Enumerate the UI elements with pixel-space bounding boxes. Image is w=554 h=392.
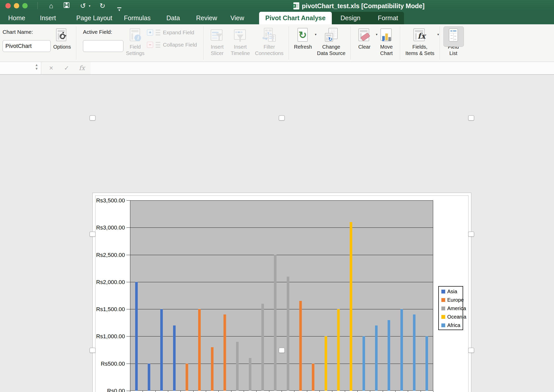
y-axis-tick-label[interactable]: Rs1,000.00 bbox=[92, 333, 125, 340]
chart-resize-handle[interactable] bbox=[90, 348, 95, 353]
cancel-icon[interactable]: × bbox=[46, 62, 56, 74]
contextual-tab-group: DesignFormat bbox=[332, 12, 404, 24]
legend-item-asia[interactable]: Asia bbox=[441, 289, 457, 295]
close-button[interactable] bbox=[5, 3, 11, 8]
bar-james-chang-q1[interactable] bbox=[186, 364, 188, 391]
zoom-button[interactable] bbox=[22, 3, 28, 8]
tab-pivot-chart-analyse[interactable]: Pivot Chart Analyse bbox=[259, 12, 332, 24]
bar-james-chang-q2[interactable] bbox=[198, 309, 201, 391]
redo-icon[interactable]: ↻ bbox=[98, 2, 107, 10]
pivot-chart[interactable]: Rs3,500.00Rs3,000.00Rs2,500.00Rs2,000.00… bbox=[95, 196, 468, 392]
field-settings-button[interactable]: i FieldSettings bbox=[123, 24, 147, 62]
chart-resize-handle[interactable] bbox=[279, 348, 285, 353]
tab-review[interactable]: Review bbox=[195, 12, 218, 24]
field-list-button[interactable]: FieldList bbox=[442, 24, 464, 62]
bar-ada-chocolade-q1[interactable] bbox=[400, 309, 403, 391]
chart-resize-handle[interactable] bbox=[468, 232, 474, 237]
filter-connections-button[interactable]: ↻ ↪FilterConnections bbox=[252, 24, 286, 62]
clear-button[interactable]: ▾Clear bbox=[353, 24, 375, 62]
bar-miya-maxilaku-q3[interactable] bbox=[236, 342, 239, 391]
enter-icon[interactable]: ✓ bbox=[61, 62, 72, 74]
legend-item-america[interactable]: America bbox=[441, 306, 466, 311]
minimize-button[interactable] bbox=[14, 3, 19, 8]
change-data-source-button[interactable]: ↻ChangeData Source bbox=[314, 24, 348, 62]
chart-resize-handle[interactable] bbox=[90, 232, 95, 237]
refresh-button[interactable]: ↻▾Refresh bbox=[291, 24, 314, 62]
tab-format[interactable]: Format bbox=[369, 12, 407, 24]
insert-slicer-button[interactable]: InsertSlicer bbox=[206, 24, 228, 62]
y-axis-tick bbox=[126, 255, 130, 255]
bar-miya-geitost-q2[interactable] bbox=[274, 255, 276, 391]
undo-dropdown-icon[interactable]: ▾ bbox=[88, 2, 92, 10]
y-axis-tick-label[interactable]: Rs500.00 bbox=[92, 361, 125, 367]
category-axis-line bbox=[155, 391, 156, 392]
y-axis-tick-label[interactable]: Rs3,500.00 bbox=[92, 197, 125, 204]
change-data-source-label: ChangeData Source bbox=[317, 44, 345, 57]
bar-miya-chai-q1[interactable] bbox=[249, 358, 251, 391]
change-data-source-icon: ↻ bbox=[324, 28, 339, 43]
bar-ada-chocolade-q2[interactable] bbox=[413, 314, 416, 391]
move-chart-button[interactable]: MoveChart bbox=[375, 24, 397, 62]
formula-bar: ▲▼ × ✓ fx bbox=[0, 62, 554, 75]
name-box-stepper[interactable]: ▲▼ bbox=[34, 63, 39, 73]
bar-elvis-ikuru-q3[interactable] bbox=[325, 336, 327, 391]
save-icon[interactable] bbox=[62, 2, 71, 10]
insert-function-icon[interactable]: fx bbox=[77, 62, 87, 74]
document-title: X pivotChart_test.xls [Compatibility Mod… bbox=[293, 2, 424, 10]
legend-item-europe[interactable]: Europe bbox=[441, 297, 464, 303]
collapse-field-button[interactable]: −Collapse Field bbox=[147, 42, 201, 48]
bar-james-chang-q3[interactable] bbox=[211, 347, 214, 391]
tab-home[interactable]: Home bbox=[7, 12, 26, 24]
undo-icon[interactable]: ↺ bbox=[78, 2, 88, 10]
bar-jean-chocolade-q2[interactable] bbox=[375, 325, 378, 391]
titlebar: ⌂ ↺ ▾ ↻ ▾ X pivotChart_test.xls [Compati… bbox=[0, 0, 554, 12]
formula-input[interactable] bbox=[91, 62, 554, 74]
legend-item-oceania[interactable]: Oceania bbox=[441, 314, 466, 320]
chart-resize-handle[interactable] bbox=[468, 115, 474, 121]
y-axis-tick-label[interactable]: Rs0.00 bbox=[92, 388, 125, 392]
sheet-area[interactable]: Rs3,500.00Rs3,000.00Rs2,500.00Rs2,000.00… bbox=[0, 75, 554, 392]
bar-elvis-ikuru-q2[interactable] bbox=[312, 364, 314, 391]
category-axis-line bbox=[180, 391, 181, 392]
filter-connections-icon: ↻ ↪ bbox=[262, 28, 277, 43]
chart-resize-handle[interactable] bbox=[468, 348, 474, 353]
bar-jean-chocolade-q1[interactable] bbox=[363, 336, 365, 391]
chart-name-input[interactable] bbox=[3, 40, 51, 52]
tab-design[interactable]: Design bbox=[332, 12, 369, 24]
legend-item-africa[interactable]: Africa bbox=[441, 322, 460, 328]
expand-field-button[interactable]: +Expand Field bbox=[147, 29, 201, 36]
tab-formulas[interactable]: Formulas bbox=[123, 12, 152, 24]
y-axis-tick bbox=[126, 227, 130, 228]
tab-data[interactable]: Data bbox=[165, 12, 181, 24]
chart-resize-handle[interactable] bbox=[279, 115, 285, 121]
legend[interactable]: AsiaEuropeAmericaOceaniaAfrica bbox=[438, 286, 463, 330]
bar-david-chai-q3[interactable] bbox=[173, 325, 176, 391]
dropdown-arrow-icon[interactable]: ▾ bbox=[437, 32, 439, 36]
bar-elvis-ipoh-coffee-q4[interactable] bbox=[350, 222, 352, 391]
y-axis-tick-label[interactable]: Rs3,000.00 bbox=[92, 224, 125, 231]
tab-insert[interactable]: Insert bbox=[39, 12, 57, 24]
chart-resize-handle[interactable] bbox=[90, 115, 95, 121]
tab-view[interactable]: View bbox=[229, 12, 245, 24]
bar-david-maxilaku-q4[interactable] bbox=[160, 309, 163, 391]
fields-items-sets-button[interactable]: fx▾Fields,Items & Sets bbox=[403, 24, 437, 62]
field-lines-icon bbox=[156, 42, 160, 48]
insert-timeline-button[interactable]: InsertTimeline bbox=[228, 24, 252, 62]
bar-miya-geitost-q1[interactable] bbox=[261, 304, 264, 391]
bar-david-maxilaku-q1[interactable] bbox=[135, 282, 138, 391]
bar-elvis-ikuru-q1[interactable] bbox=[299, 301, 302, 391]
bar-jean-chocolade-q3[interactable] bbox=[388, 320, 390, 391]
y-axis-tick-label[interactable]: Rs2,000.00 bbox=[92, 279, 125, 286]
options-button[interactable]: Options bbox=[51, 24, 73, 62]
bar-elvis-ipoh-coffee-q3[interactable] bbox=[337, 309, 340, 391]
bar-miya-geitost-q4[interactable] bbox=[287, 277, 289, 391]
y-axis-tick-label[interactable]: Rs2,500.00 bbox=[92, 252, 125, 258]
bar-david-maxilaku-q2[interactable] bbox=[148, 364, 150, 391]
gridline bbox=[130, 255, 433, 255]
bar-james-chang-q4[interactable] bbox=[223, 314, 226, 391]
bar-ada-chocolade-q3[interactable] bbox=[425, 336, 428, 391]
active-field-input[interactable] bbox=[83, 40, 123, 52]
home-icon[interactable]: ⌂ bbox=[47, 2, 56, 10]
tab-page-layout[interactable]: Page Layout bbox=[75, 12, 113, 24]
y-axis-tick-label[interactable]: Rs1,500.00 bbox=[92, 306, 125, 313]
